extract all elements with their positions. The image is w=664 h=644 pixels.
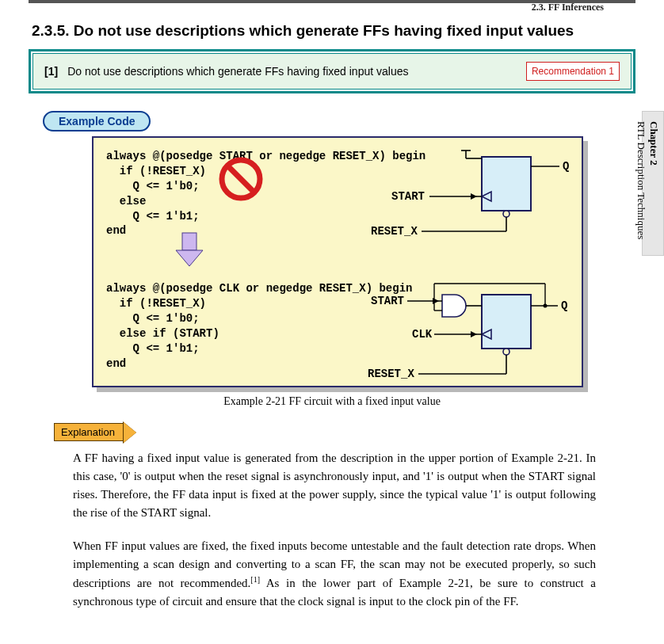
arrow-right-icon <box>124 422 136 443</box>
explanation-body: A FF having a fixed input value is gener… <box>73 449 596 612</box>
side-title: RTL Description Techniques <box>635 121 647 239</box>
headline-title: Do not use descriptions which generate F… <box>74 22 574 39</box>
explanation-p1: A FF having a fixed input value is gener… <box>73 449 596 523</box>
code-block-2: always @(posedge CLK or negedge RESET_X)… <box>106 281 572 371</box>
side-tab: Chapter 2 RTL Description Techniques <box>642 111 664 256</box>
recommendation-badge: Recommendation 1 <box>526 62 620 81</box>
figure-caption: Example 2-21 FF circuit with a fixed inp… <box>29 395 635 408</box>
example-panel: always @(posedge START or negedge RESET_… <box>92 136 583 387</box>
section-crumb: 2.3. FF Inferences <box>532 2 604 13</box>
section-headline: 2.3.5. Do not use descriptions which gen… <box>32 22 635 40</box>
explanation-label-text: Explanation <box>54 423 124 441</box>
code-block-1: always @(posedge START or negedge RESET_… <box>106 149 572 238</box>
headline-number: 2.3.5. <box>32 22 70 39</box>
rule-number: [1] <box>44 65 58 78</box>
explanation-p2: When FF input values are fixed, the fixe… <box>73 537 596 612</box>
rule-text: Do not use descriptions which generate F… <box>67 65 517 78</box>
example-code-label: Example Code <box>43 111 151 131</box>
footnote-ref: [1] <box>250 575 260 584</box>
rule-box: [1] Do not use descriptions which genera… <box>29 49 635 93</box>
side-chapter: Chapter 2 <box>647 121 660 225</box>
explanation-label: Explanation <box>54 422 136 443</box>
example-code-pill: Example Code <box>43 111 151 131</box>
page-top-rule: 2.3. FF Inferences <box>29 0 635 17</box>
